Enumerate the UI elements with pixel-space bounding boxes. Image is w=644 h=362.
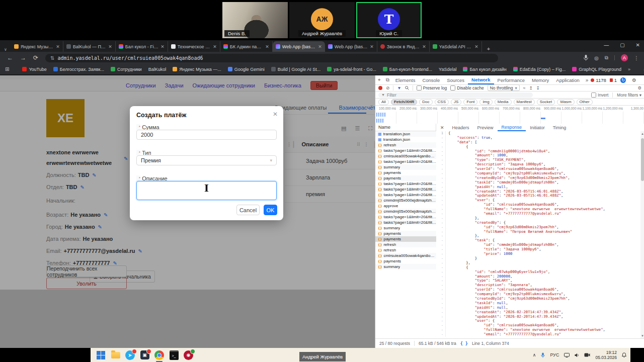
network-settings-icon[interactable]: ⚙ [637, 85, 644, 90]
tab-close-icon[interactable]: ✕ [213, 44, 217, 49]
tab-close-icon[interactable]: ✕ [370, 44, 374, 49]
bookmark-5[interactable]: Google Gemini [228, 67, 265, 72]
bookmark-8[interactable]: Бал-кукол-frontend... [383, 67, 432, 72]
network-request-row[interactable]: {}cmlrsuiea005owak4qan8oad6 [375, 153, 436, 159]
tab-share-icon[interactable]: ⧉ [605, 55, 608, 61]
tab-close-icon[interactable]: ✕ [422, 44, 426, 49]
cancel-button[interactable]: Cancel [236, 205, 260, 215]
ok-button[interactable]: OK [264, 205, 277, 215]
tab-close-icon[interactable]: ✕ [318, 44, 322, 49]
response-tab-response[interactable]: Response [498, 124, 526, 131]
clock[interactable]: 19:1205.03.2026 [595, 350, 617, 360]
network-request-row[interactable]: {}refresh [375, 247, 436, 253]
devtools-tab-network[interactable]: Network [468, 75, 494, 84]
amount-input[interactable]: 2000 [136, 130, 277, 140]
type-select[interactable]: Премия ▾ [136, 155, 277, 165]
notification-bell-icon[interactable] [622, 352, 626, 357]
tab-close-icon[interactable]: ✕ [474, 44, 478, 49]
minimize-button[interactable]: — [604, 42, 609, 48]
network-request-row[interactable]: {}payments [375, 170, 436, 175]
participant-tile-andrey[interactable]: АЖ Андрей Журавлёв [289, 2, 355, 38]
scrollbar-thumb[interactable] [641, 138, 644, 181]
bookmark-1[interactable]: Белгосстрах. Заявк... [53, 67, 104, 72]
devtools-tab-console[interactable]: Console [419, 75, 443, 84]
participant-tile-yuri[interactable]: T Юрий С. [356, 2, 422, 38]
bookmarks-overflow-icon[interactable]: » [628, 67, 630, 72]
filter-chip-media[interactable]: Media [495, 99, 512, 105]
filter-chip-font[interactable]: Font [463, 99, 477, 105]
inspect-icon[interactable]: ⌖ [375, 77, 383, 83]
device-toolbar-icon[interactable]: ⧉ [383, 77, 392, 83]
reload-button[interactable]: ⟳ [33, 54, 38, 61]
bookmark-7[interactable]: ya-sdelal-front - Go... [327, 67, 376, 72]
browser-tab-8[interactable]: YaSdelal API Docume...✕ [430, 41, 482, 52]
network-request-row[interactable]: {}tasks?page=1&limit=20&filters%5... [375, 148, 436, 153]
disable-cache-checkbox[interactable]: Disable cache [450, 85, 484, 90]
network-timeline-overview[interactable]: 100,000 ms200,000 ms300,000 ms400,000 ms… [375, 106, 644, 124]
filter-chip-css[interactable]: CSS [435, 99, 449, 105]
network-request-row[interactable]: {}summary [375, 264, 436, 269]
network-request-row[interactable]: ▦translation.json [375, 137, 436, 142]
notes-app-icon[interactable]: ▣ [139, 350, 150, 360]
bookmark-3[interactable]: BalKukol [148, 67, 167, 72]
network-request-row[interactable]: {}tasks?page=1&limit=20&filters%5... [375, 220, 436, 225]
apps-grid-icon[interactable]: ⊞ [5, 66, 9, 72]
network-request-row[interactable]: {}cmmdmj05x000ejdtmapfzh00n [375, 198, 436, 203]
browser-tab-0[interactable]: Яндекс Музыка — с...✕ [11, 41, 63, 52]
devtools-settings-icon[interactable]: ⚙ [629, 77, 639, 83]
bookmark-2[interactable]: Сотрудники [111, 67, 142, 72]
back-button[interactable]: ← [7, 54, 13, 61]
language-indicator[interactable]: РУС [550, 352, 559, 357]
browser-tab-1[interactable]: BalKukol — Профиль✕ [63, 41, 116, 52]
clear-icon[interactable]: ⊘ [386, 85, 389, 90]
tab-close-icon[interactable]: ✕ [108, 44, 112, 49]
devtools-tab-elements[interactable]: Elements [392, 75, 419, 84]
bookmark-11[interactable]: EdaEda (Copy) – Fig... [513, 67, 566, 72]
filter-input[interactable]: ▼ Filter [378, 93, 533, 98]
recorder-app-icon[interactable]: ◉ [183, 350, 194, 360]
site-settings-icon[interactable]: ⇅ [50, 55, 54, 61]
filter-chip-wasm[interactable]: Wasm [557, 99, 574, 105]
tab-close-icon[interactable]: ✕ [56, 44, 60, 49]
more-filters-button[interactable]: More filters ▾ [617, 93, 641, 98]
browser-tab-7[interactable]: Звонок в Яндекс✕ [377, 41, 430, 52]
response-tab-timing[interactable]: Timing [549, 124, 571, 131]
bookmark-9[interactable]: YaSdelal [439, 67, 456, 72]
preserve-log-checkbox[interactable]: Preserve log [417, 85, 447, 90]
filter-chip-all[interactable]: All [378, 99, 389, 105]
modal-close-icon[interactable]: ✕ [273, 111, 278, 118]
bookmark-12[interactable]: GraphQL Playground [572, 67, 621, 72]
response-tab-headers[interactable]: Headers [448, 124, 473, 131]
filter-funnel-icon[interactable]: ▼ [397, 85, 401, 90]
filter-chip-doc[interactable]: Doc [419, 99, 432, 105]
requests-name-header[interactable]: Name [375, 124, 436, 131]
error-badge[interactable]: 1178 [591, 77, 606, 83]
invert-checkbox[interactable]: Invert [591, 93, 608, 98]
browser-tab-4[interactable]: БК Админ панель (п...✕ [220, 41, 273, 52]
browser-tab-3[interactable]: Техническое задани...✕ [168, 41, 220, 52]
record-icon[interactable] [378, 86, 382, 90]
browser-tab-2[interactable]: Бал кукол - Figma✕ [116, 41, 168, 52]
network-request-row[interactable]: {}payments [375, 258, 436, 264]
tab-search-chevron-icon[interactable]: ∨ [0, 47, 11, 52]
network-request-row[interactable]: {}payments [375, 236, 436, 242]
devtools-tab-application[interactable]: Application [552, 75, 583, 84]
bookmark-0[interactable]: YouTube [22, 67, 46, 72]
browser-tab-5[interactable]: Web App (based on ...✕ [273, 41, 325, 52]
network-request-row[interactable]: {}refresh [375, 242, 436, 247]
export-har-icon[interactable]: ↧ [536, 85, 540, 90]
close-button[interactable]: ✕ [636, 42, 640, 48]
network-request-row[interactable]: {}payments [375, 175, 436, 181]
terminal-icon[interactable]: >_ [169, 350, 179, 360]
forward-button[interactable]: → [20, 54, 26, 61]
tab-close-icon[interactable]: ✕ [265, 44, 269, 49]
tab-close-icon[interactable]: ✕ [160, 44, 165, 49]
network-conditions-icon[interactable]: ≈ [523, 85, 526, 90]
response-scrollbar[interactable]: ▲ ▼ [640, 131, 644, 338]
participant-tile-denis[interactable]: Denis B. [222, 2, 288, 38]
close-response-icon[interactable]: ✕ [436, 124, 448, 131]
network-request-row[interactable]: {}cmlrsuiea005owak4qan8oad6 [375, 253, 436, 258]
filter-chip-fetchxhr[interactable]: Fetch/XHR [391, 99, 417, 105]
warning-badge[interactable]: 1 [610, 77, 617, 83]
response-tab-preview[interactable]: Preview [473, 124, 498, 131]
